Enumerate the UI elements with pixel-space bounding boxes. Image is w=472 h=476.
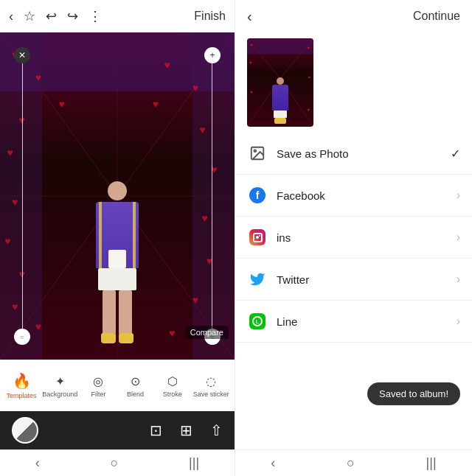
action-bar: ⊡ ⊞ ⇧ — [0, 411, 235, 449]
figure-container — [96, 181, 139, 343]
heart-12: ♥ — [169, 327, 175, 339]
stroke-icon: ⬡ — [167, 374, 178, 388]
facebook-label: Facebook — [277, 189, 457, 202]
filter-icon: ◎ — [93, 374, 103, 388]
right-nav-menu[interactable]: ||| — [414, 452, 448, 474]
save-sticker-label: Save sticker — [193, 391, 229, 398]
stroke-label: Stroke — [163, 391, 182, 398]
ins-label: ins — [277, 231, 457, 244]
templates-icon: 🔥 — [13, 372, 31, 390]
arrange-icon[interactable]: ⊞ — [180, 421, 192, 439]
save-photo-check: ✓ — [451, 147, 460, 161]
ins-arrow: › — [457, 231, 460, 244]
nav-home-button[interactable]: ○ — [99, 452, 131, 474]
heart-19: ♥ — [153, 98, 159, 110]
preview-image: ♥ ♥ ♥ ♥ ♥ ♥ — [247, 38, 313, 127]
tool-background[interactable]: ✦ Background — [42, 374, 77, 398]
add-crop-button[interactable]: + — [204, 47, 221, 63]
toolbar: 🔥 Templates ✦ Background ◎ Filter ⊙ Blen… — [0, 360, 235, 411]
compare-button[interactable]: Compare — [185, 326, 229, 339]
heart-10: ♥ — [12, 301, 18, 312]
background-label: Background — [42, 391, 77, 398]
bottom-left-handle[interactable]: ≈ — [14, 329, 30, 345]
figure-shorts — [98, 268, 136, 290]
left-panel: ‹ ☆ ↩ ↪ ⋮ Finish — [0, 0, 235, 476]
remove-crop-button[interactable]: ✕ — [14, 47, 30, 63]
heart-18: ♥ — [59, 98, 65, 110]
facebook-icon: f — [247, 185, 268, 206]
heart-2: ♥ — [35, 71, 41, 83]
facebook-arrow: › — [457, 189, 460, 202]
star-icon[interactable]: ☆ — [24, 8, 35, 24]
heart-8: ♥ — [4, 235, 10, 247]
tool-templates[interactable]: 🔥 Templates — [5, 372, 38, 399]
right-top-bar: ‹ Continue — [235, 0, 472, 32]
heart-17: ♥ — [199, 124, 205, 136]
heart-11: ♥ — [35, 321, 41, 332]
tool-filter[interactable]: ◎ Filter — [82, 374, 114, 398]
figure-head — [108, 181, 127, 200]
thumbnail-preview[interactable] — [12, 417, 38, 444]
nav-back-button[interactable]: ‹ — [24, 452, 52, 474]
heart-13: ♥ — [192, 294, 198, 306]
right-nav-home[interactable]: ○ — [335, 452, 367, 474]
left-nav-bar: ‹ ○ ||| — [0, 449, 235, 476]
action-icons: ⊡ ⊞ ⇧ — [150, 421, 223, 439]
top-bar-left: ‹ ☆ ↩ ↪ ⋮ — [9, 8, 102, 24]
share-icon[interactable]: ⇧ — [210, 421, 223, 439]
toast-message: Saved to album! — [367, 382, 460, 405]
save-photo-icon — [247, 143, 268, 164]
tool-stroke[interactable]: ⬡ Stroke — [156, 374, 189, 398]
image-area: ♥ ♥ ♥ ♥ ♥ ♥ ♥ ♥ ♥ ♥ ♥ ♥ ♥ ♥ ♥ ♥ ♥ ♥ ♥ — [0, 32, 235, 360]
figure-legs — [103, 290, 132, 335]
line-icon: L — [247, 311, 268, 332]
crop-line-right — [212, 47, 212, 345]
svg-rect-15 — [247, 38, 313, 55]
twitter-arrow: › — [457, 273, 460, 286]
share-item-facebook[interactable]: f Facebook › — [235, 175, 472, 217]
heart-3: ♥ — [164, 59, 170, 71]
heart-6: ♥ — [7, 147, 13, 158]
save-sticker-icon: ◌ — [206, 374, 216, 388]
filter-label: Filter — [91, 391, 105, 398]
undo-icon[interactable]: ↩ — [46, 8, 57, 24]
finish-button[interactable]: Finish — [194, 10, 226, 23]
twitter-icon — [247, 269, 268, 290]
heart-4: ♥ — [192, 82, 198, 94]
heart-7: ♥ — [12, 196, 18, 208]
tool-save-sticker[interactable]: ◌ Save sticker — [193, 374, 229, 398]
toast-container: Saved to album! — [235, 413, 472, 449]
image-bg: ♥ ♥ ♥ ♥ ♥ ♥ ♥ ♥ ♥ ♥ ♥ ♥ ♥ ♥ ♥ ♥ ♥ ♥ ♥ — [0, 32, 235, 360]
share-item-twitter[interactable]: Twitter › — [235, 259, 472, 301]
line-label: Line — [277, 315, 457, 328]
share-item-save-photo[interactable]: Save as Photo ✓ — [235, 133, 472, 175]
crop-line-left — [22, 47, 23, 345]
share-list: Save as Photo ✓ f Facebook › ins › — [235, 133, 472, 413]
right-panel: ‹ Continue ♥ ♥ ♥ ♥ ♥ ♥ — [235, 0, 472, 476]
twitter-label: Twitter — [277, 273, 457, 286]
nav-menu-button[interactable]: ||| — [177, 452, 211, 474]
heart-15: ♥ — [201, 212, 207, 224]
svg-point-17 — [254, 150, 256, 152]
figure-shoes — [101, 333, 133, 343]
right-back-icon[interactable]: ‹ — [247, 8, 252, 25]
background-icon: ✦ — [55, 374, 65, 388]
right-nav-back[interactable]: ‹ — [259, 452, 287, 474]
right-nav-bar: ‹ ○ ||| — [235, 449, 472, 476]
continue-button[interactable]: Continue — [413, 10, 460, 23]
top-bar: ‹ ☆ ↩ ↪ ⋮ Finish — [0, 0, 235, 32]
more-icon[interactable]: ⋮ — [88, 8, 102, 24]
redo-icon[interactable]: ↪ — [67, 8, 78, 24]
scan-icon[interactable]: ⊡ — [150, 421, 162, 439]
figure-body — [96, 202, 139, 268]
line-arrow: › — [457, 315, 460, 328]
share-item-line[interactable]: L Line › — [235, 301, 472, 343]
templates-label: Templates — [7, 392, 37, 399]
right-top-left: ‹ — [247, 8, 252, 25]
save-photo-label: Save as Photo — [277, 147, 451, 160]
tool-blend[interactable]: ⊙ Blend — [119, 374, 152, 398]
share-item-ins[interactable]: ins › — [235, 217, 472, 259]
blend-icon: ⊙ — [131, 374, 140, 388]
ins-icon — [247, 227, 268, 248]
back-icon[interactable]: ‹ — [9, 9, 13, 24]
